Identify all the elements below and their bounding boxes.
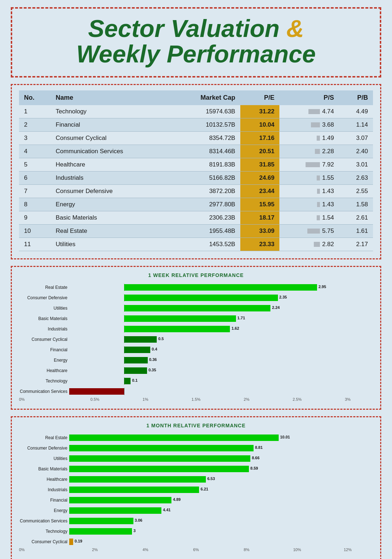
xaxis-label: 12% bbox=[322, 548, 373, 552]
xaxis-label: 10% bbox=[272, 548, 322, 552]
table-row: 6Industrials5166.82B24.691.552.63 bbox=[19, 171, 373, 184]
chart-bar-value: 2.95 bbox=[318, 285, 326, 289]
cell-market-cap: 10132.57B bbox=[171, 118, 240, 131]
chart-bar-value: 0.1 bbox=[132, 378, 137, 382]
chart-bar bbox=[124, 336, 157, 343]
chart-bar-row: Financial0.4 bbox=[69, 346, 373, 354]
chart-bar-row: Consumer Cyclical0.19 bbox=[69, 537, 373, 546]
chart-bar bbox=[124, 284, 317, 291]
cell-market-cap: 2977.80B bbox=[171, 198, 240, 211]
xaxis-label: 8% bbox=[221, 548, 272, 552]
cell-no: 11 bbox=[19, 238, 51, 251]
cell-ps: 4.74 bbox=[279, 105, 339, 118]
chart-bar-wrap: 4.89 bbox=[69, 497, 373, 504]
cell-no: 10 bbox=[19, 224, 51, 238]
month-chart-title: 1 MONTH RELATIVE PERFORMANCE bbox=[19, 423, 373, 428]
table-section: No. Name Market Cap P/E P/S P/B 1Technol… bbox=[11, 84, 381, 259]
cell-ps: 1.43 bbox=[279, 198, 339, 211]
chart-bar-row: Energy0.36 bbox=[69, 356, 373, 365]
chart-bar-row: Utilities2.24 bbox=[69, 304, 373, 313]
week-chart-area: Real Estate2.95Consumer Defensive2.35Uti… bbox=[19, 283, 373, 401]
month-chart-area: Real Estate10.01Consumer Defensive8.81Ut… bbox=[19, 433, 373, 552]
chart-bar-row: Consumer Cyclical0.5 bbox=[69, 335, 373, 344]
chart-bar-value: 3.06 bbox=[135, 518, 142, 522]
chart-bar-label: Utilities bbox=[17, 456, 67, 461]
chart-bar-value: 10.01 bbox=[280, 435, 290, 439]
month-xaxis: 0%2%4%6%8%10%12% bbox=[19, 548, 373, 552]
chart-bar-value: 3 bbox=[133, 529, 136, 533]
cell-ps: 5.75 bbox=[279, 224, 339, 238]
chart-bar-label: Consumer Cyclical bbox=[17, 337, 67, 342]
cell-pb: 1.14 bbox=[339, 118, 373, 131]
chart-bar-label: Technology bbox=[17, 379, 67, 384]
chart-bar-label: Healthcare bbox=[17, 477, 67, 482]
chart-bar-row: Healthcare6.53 bbox=[69, 475, 373, 484]
chart-bar-value: 4.89 bbox=[173, 497, 180, 502]
chart-bar-value: 8.59 bbox=[250, 466, 258, 470]
chart-bar-value: 8.66 bbox=[252, 456, 259, 460]
chart-bar-label: Real Estate bbox=[17, 285, 67, 290]
col-market-cap: Market Cap bbox=[171, 90, 240, 105]
cell-name: Consumer Cyclical bbox=[51, 131, 171, 145]
chart-bar-row: Communication Services-0.84 bbox=[69, 387, 373, 396]
col-name: Name bbox=[51, 90, 171, 105]
chart-bar bbox=[69, 487, 199, 493]
xaxis-label: 3% bbox=[322, 397, 373, 401]
xaxis-label: 1% bbox=[120, 397, 171, 401]
zero-line bbox=[124, 388, 124, 395]
cell-no: 6 bbox=[19, 171, 51, 184]
chart-bar bbox=[124, 367, 147, 374]
table-row: 7Consumer Defensive3872.20B23.441.432.55 bbox=[19, 184, 373, 198]
week-chart-title: 1 WEEK RELATIVE PERFORMANCE bbox=[19, 272, 373, 278]
chart-bar-wrap: 0.36 bbox=[69, 357, 373, 364]
col-pe: P/E bbox=[240, 90, 279, 105]
cell-pb: 1.58 bbox=[339, 198, 373, 211]
col-ps: P/S bbox=[279, 90, 339, 105]
chart-bar-wrap: 0.19 bbox=[69, 538, 373, 545]
chart-bar-label: Consumer Defensive bbox=[17, 446, 67, 451]
main-title: Sector Valuation & Weekly Performance bbox=[23, 16, 369, 67]
xaxis-label: 0% bbox=[19, 397, 70, 401]
chart-bar-value: 1.62 bbox=[231, 326, 239, 330]
chart-bar-wrap: 10.01 bbox=[69, 434, 373, 441]
chart-bar-wrap: 2.35 bbox=[69, 294, 373, 301]
cell-pe: 18.17 bbox=[240, 211, 279, 224]
chart-bar bbox=[124, 378, 131, 384]
chart-bar-wrap: 2.24 bbox=[69, 305, 373, 312]
cell-ps: 1.55 bbox=[279, 171, 339, 184]
chart-bar bbox=[69, 455, 250, 462]
cell-name: Energy bbox=[51, 198, 171, 211]
chart-bar bbox=[69, 518, 133, 524]
cell-no: 2 bbox=[19, 118, 51, 131]
chart-bar-row: Utilities8.66 bbox=[69, 454, 373, 463]
chart-bar-wrap: 0.5 bbox=[69, 336, 373, 343]
table-row: 5Healthcare8191.83B31.857.923.01 bbox=[19, 158, 373, 171]
xaxis-label: 2.5% bbox=[272, 397, 322, 401]
cell-pb: 3.07 bbox=[339, 131, 373, 145]
chart-bar bbox=[69, 466, 249, 472]
table-row: 8Energy2977.80B15.951.431.58 bbox=[19, 198, 373, 211]
col-no: No. bbox=[19, 90, 51, 105]
xaxis-label: 1.5% bbox=[171, 397, 221, 401]
chart-bar-wrap: 8.81 bbox=[69, 445, 373, 452]
chart-bar-label: Real Estate bbox=[17, 435, 67, 440]
cell-ps: 2.82 bbox=[279, 238, 339, 251]
chart-bar-row: Financial4.89 bbox=[69, 496, 373, 504]
chart-bar-row: Healthcare0.35 bbox=[69, 366, 373, 375]
chart-bar-value: 0.4 bbox=[152, 347, 157, 351]
week-bars-container: Real Estate2.95Consumer Defensive2.35Uti… bbox=[19, 283, 373, 396]
chart-bar-value: 4.41 bbox=[163, 508, 170, 512]
xaxis-label: 2% bbox=[70, 548, 120, 552]
chart-bar-row: Basic Materials8.59 bbox=[69, 465, 373, 473]
chart-bar-row: Energy4.41 bbox=[69, 506, 373, 515]
cell-market-cap: 2306.23B bbox=[171, 211, 240, 224]
cell-pb: 3.01 bbox=[339, 158, 373, 171]
cell-ps: 3.68 bbox=[279, 118, 339, 131]
chart-bar bbox=[69, 539, 73, 545]
chart-bar bbox=[69, 528, 132, 535]
xaxis-label: 6% bbox=[171, 548, 221, 552]
cell-pb: 1.61 bbox=[339, 224, 373, 238]
chart-bar bbox=[69, 507, 161, 514]
chart-bar-value: 6.53 bbox=[207, 476, 215, 481]
chart-bar-wrap: 2.95 bbox=[69, 284, 373, 291]
